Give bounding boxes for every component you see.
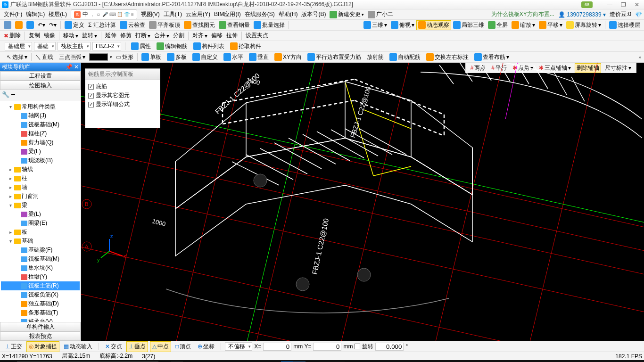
auto-arrange-button[interactable]: 自动配筋	[388, 52, 422, 62]
tree-item[interactable]: ▸门窗洞	[1, 192, 80, 201]
ime-panel[interactable]: S 中 ， ☺ 🎤 ⌨ 📋 👕 ≡	[71, 9, 137, 19]
cloud-check-button[interactable]: 云检查	[118, 20, 147, 30]
tree-item[interactable]: 筏板基础(M)	[1, 255, 80, 263]
x-input[interactable]	[263, 343, 291, 351]
tree-item[interactable]: 柱墩(Y)	[1, 272, 80, 281]
single-board-button[interactable]: 单板	[140, 52, 163, 62]
multi-board-button[interactable]: 多板	[165, 52, 189, 62]
redo-icon[interactable]: ↷▾	[47, 21, 58, 29]
tree-item[interactable]: 梁(L)	[1, 147, 80, 156]
fullscreen-button[interactable]: 全屏	[486, 20, 510, 30]
xy-button[interactable]: XY方向	[272, 52, 304, 62]
merge-button[interactable]: 合并▾	[152, 31, 171, 41]
viewport-3d[interactable]: #两点 #平行 ✱点角▾ ✱三点辅轴▾ 删除辅轴 尺寸标注▾	[81, 63, 644, 341]
tree-item[interactable]: ▸轴线	[1, 165, 80, 174]
copy-button[interactable]: 复制	[27, 31, 42, 41]
intersect-button[interactable]: ✕交点	[103, 341, 124, 352]
y-input[interactable]	[313, 343, 341, 351]
3d-button[interactable]: 三维▾	[362, 20, 389, 30]
menu-file[interactable]: 文件(F)	[2, 10, 24, 18]
tree-item[interactable]: 框柱(Z)	[1, 129, 80, 138]
nav-report[interactable]: 报表预览	[0, 331, 81, 341]
swap-dim-button[interactable]: 交换左右标注	[424, 52, 471, 62]
pan-button[interactable]: 平移▾	[537, 20, 564, 30]
new-change-button[interactable]: 新建变更▾	[328, 9, 366, 19]
horiz-button[interactable]: 水平	[222, 52, 245, 62]
break-button[interactable]: 打断▾	[133, 31, 152, 41]
dyn-input-button[interactable]: ▦动态输入	[61, 341, 95, 352]
chk-bottom-rebar[interactable]: ✓	[88, 84, 94, 90]
instance-dropdown[interactable]: FBZJ-2	[92, 42, 121, 50]
view-arrange-button[interactable]: 查看布筋▾	[472, 52, 511, 62]
split-button[interactable]: 分割	[171, 31, 186, 41]
tree-item[interactable]: 集水坑(K)	[1, 263, 80, 272]
sum-calc-button[interactable]: Σ 汇总计算	[86, 20, 118, 30]
maximize-button[interactable]: ❐	[621, 1, 626, 8]
top-view-button[interactable]: 俯视▾	[389, 20, 416, 30]
rect-button[interactable]: ▭矩形	[114, 52, 135, 62]
edit-rebar-button[interactable]: 编辑钢筋	[155, 41, 190, 51]
offset-mode-dropdown[interactable]: 不偏移	[225, 342, 252, 351]
prop-button[interactable]: 属性	[129, 41, 153, 51]
local-3d-button[interactable]: 局部三维	[451, 20, 486, 30]
nav-single-input[interactable]: 单构件输入	[0, 322, 81, 331]
custom-button[interactable]: 自定义	[190, 52, 220, 62]
mirror-button[interactable]: 镜像	[42, 31, 57, 41]
extend-button[interactable]: 延伸	[103, 31, 118, 41]
tree-item[interactable]: 轴网(J)	[1, 111, 80, 120]
tree-item[interactable]: 圈梁(E)	[1, 219, 80, 228]
open-icon[interactable]	[13, 20, 25, 30]
find-view-button[interactable]: 查找图元	[182, 20, 217, 30]
align-button[interactable]: 对齐▾	[190, 31, 209, 41]
menu-version[interactable]: 版本号(B)	[299, 10, 328, 18]
move-button[interactable]: 移动▾	[61, 31, 80, 41]
define-button[interactable]: 定义	[63, 20, 86, 30]
chk-show-other[interactable]: ✓	[88, 93, 94, 99]
floor-dropdown[interactable]: 基础层	[5, 42, 32, 50]
menu-edit[interactable]: 编辑(E)	[24, 10, 47, 18]
vert-button[interactable]: 垂直	[247, 52, 271, 62]
tree-item[interactable]: 筏板主筋(R)	[1, 281, 80, 290]
tree-item[interactable]: 条形基础(T)	[1, 308, 80, 317]
vertex-button[interactable]: □顶点	[173, 341, 193, 352]
tree-item[interactable]: ▾梁	[1, 201, 80, 210]
select-floor-button[interactable]: 选择楼层	[607, 20, 642, 30]
save-icon[interactable]	[25, 20, 36, 30]
minimize-button[interactable]: —	[607, 1, 612, 8]
tree-item[interactable]: 桩承台(V)	[1, 317, 80, 322]
rotate-check[interactable]	[355, 344, 360, 349]
nav-eng-setting[interactable]: 工程设置	[0, 71, 81, 81]
batch-select-button[interactable]: 批量选择	[252, 20, 287, 30]
menu-online[interactable]: 在线服务(S)	[243, 10, 277, 18]
menu-cloud[interactable]: 云应用(Y)	[184, 10, 212, 18]
select-button[interactable]: ↖ 选择▾	[5, 52, 29, 62]
cad-canvas[interactable]: B A 1000 1000 FBZJ-1 C22@100 FBZJ-1 C22@…	[81, 63, 644, 341]
rotate-button[interactable]: 旋转▾	[80, 31, 99, 41]
perp-button[interactable]: ⊥垂点	[126, 341, 148, 352]
tree-item[interactable]: ▾常用构件类型	[1, 102, 80, 111]
menu-tools[interactable]: 工具(T)	[162, 10, 184, 18]
line-button[interactable]: ＼直线	[33, 52, 55, 62]
offset-button[interactable]: 偏移	[209, 31, 224, 41]
phone-link[interactable]: 👤 13907298339 ▾	[558, 11, 606, 18]
zoom-button[interactable]: 缩放▾	[510, 20, 537, 30]
tree-item[interactable]: 基础梁(F)	[1, 246, 80, 255]
tree-item[interactable]: 梁(L)	[1, 210, 80, 219]
screen-rotate-button[interactable]: 屏幕旋转▾	[564, 20, 603, 30]
new-icon[interactable]	[2, 20, 13, 30]
tree-item[interactable]: ▸柱	[1, 174, 80, 183]
tree-item[interactable]: 剪力墙(Q)	[1, 138, 80, 147]
tree-item[interactable]: 现浇板(B)	[1, 156, 80, 165]
tree-item[interactable]: 筏板负筋(X)	[1, 290, 80, 299]
undo-icon[interactable]: ↶▾	[36, 21, 47, 29]
pick-comp-button[interactable]: 拾取构件	[228, 41, 263, 51]
trim-button[interactable]: 修剪	[118, 31, 133, 41]
rebar-display-panel[interactable]: 钢筋显示控制面板 ✓底筋 ✓显示其它图元 ✓显示详细公式	[85, 68, 160, 128]
user-small-button[interactable]: 广小二	[366, 9, 395, 19]
tree-item[interactable]: ▸墙	[1, 183, 80, 192]
color-picker[interactable]	[89, 53, 108, 61]
stretch-button[interactable]: 拉伸	[224, 31, 239, 41]
menu-floor[interactable]: 楼层(L)	[47, 10, 69, 18]
credit-icon[interactable]: 💎	[635, 11, 642, 18]
radial-button[interactable]: 放射筋	[365, 52, 386, 62]
